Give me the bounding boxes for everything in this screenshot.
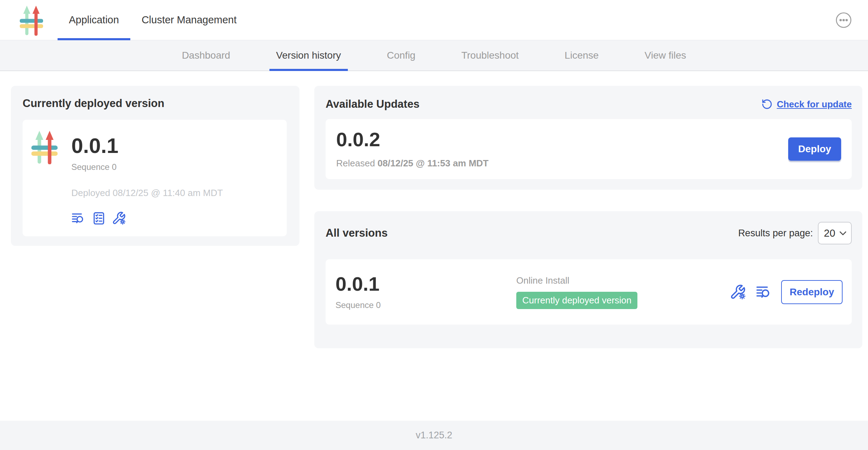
- console-version: v1.125.2: [416, 430, 452, 441]
- all-versions-header: All versions Results per page: 20: [326, 222, 852, 244]
- subnav-tab-troubleshoot[interactable]: Troubleshoot: [438, 40, 541, 71]
- subnav-tab-license-label: License: [565, 50, 599, 61]
- tab-application-label: Application: [69, 14, 119, 26]
- app-logo: [20, 5, 43, 36]
- subnav-tab-version-history-label: Version history: [276, 50, 341, 61]
- preflight-results-icon[interactable]: [92, 211, 106, 225]
- available-updates-title: Available Updates: [326, 98, 420, 111]
- chevron-down-icon: [839, 231, 846, 236]
- version-row-status: Online Install Currently deployed versio…: [516, 275, 730, 309]
- top-nav: Application Cluster Management: [0, 0, 868, 40]
- tab-cluster-management-label: Cluster Management: [142, 14, 237, 26]
- subnav-tab-dashboard-label: Dashboard: [182, 50, 230, 61]
- update-version-number: 0.0.2: [336, 130, 489, 149]
- results-per-page: Results per page: 20: [738, 222, 852, 244]
- version-row: 0.0.1 Sequence 0 Online Install Currentl…: [326, 259, 852, 325]
- main-content: Currently deployed version 0.0.1 Sequenc…: [0, 71, 868, 421]
- results-per-page-label: Results per page:: [738, 228, 813, 239]
- deployed-card-title: Currently deployed version: [23, 97, 287, 110]
- check-for-update-link[interactable]: Check for update: [761, 99, 852, 110]
- results-per-page-select[interactable]: 20: [818, 222, 852, 244]
- right-column: Available Updates Check for update 0.0.2…: [314, 86, 862, 348]
- subnav-tab-config-label: Config: [387, 50, 416, 61]
- subnav-tab-version-history[interactable]: Version history: [253, 40, 364, 71]
- currently-deployed-badge: Currently deployed version: [516, 292, 637, 309]
- available-updates-header: Available Updates Check for update: [326, 98, 852, 111]
- results-per-page-value: 20: [824, 227, 835, 239]
- all-versions-card: All versions Results per page: 20 0.0.1 …: [314, 211, 862, 348]
- deployed-sequence: Sequence 0: [71, 162, 223, 172]
- ellipsis-circle-icon: [835, 12, 852, 29]
- more-menu-button[interactable]: [835, 11, 852, 29]
- app-logo: [31, 130, 58, 164]
- deploy-logs-icon[interactable]: [71, 211, 85, 225]
- deployed-version-panel: 0.0.1 Sequence 0 Deployed 08/12/25 @ 11:…: [23, 120, 287, 236]
- deploy-logs-icon[interactable]: [756, 284, 772, 300]
- subnav-tab-view-files-label: View files: [644, 50, 686, 61]
- tab-application[interactable]: Application: [58, 0, 130, 40]
- page-footer: v1.125.2: [0, 421, 868, 450]
- refresh-ccw-icon: [761, 99, 773, 110]
- available-updates-card: Available Updates Check for update 0.0.2…: [314, 86, 862, 190]
- update-info: 0.0.2 Released 08/12/25 @ 11:53 am MDT: [336, 130, 489, 169]
- subnav-tab-troubleshoot-label: Troubleshoot: [461, 50, 518, 61]
- deployed-version-info: 0.0.1 Sequence 0 Deployed 08/12/25 @ 11:…: [71, 130, 223, 236]
- app-subnav: Dashboard Version history Config Trouble…: [0, 40, 868, 71]
- redeploy-button[interactable]: Redeploy: [781, 280, 843, 304]
- released-prefix: Released: [336, 158, 375, 168]
- deployed-action-icons: [71, 211, 223, 225]
- subnav-tab-view-files[interactable]: View files: [622, 40, 709, 71]
- version-row-actions: Redeploy: [730, 280, 843, 304]
- edit-config-icon[interactable]: [730, 284, 747, 300]
- tab-cluster-management[interactable]: Cluster Management: [130, 0, 248, 40]
- subnav-tab-config[interactable]: Config: [364, 40, 439, 71]
- subnav-tab-dashboard[interactable]: Dashboard: [159, 40, 253, 71]
- row-version-number: 0.0.1: [335, 274, 516, 294]
- subnav-tab-license[interactable]: License: [542, 40, 622, 71]
- available-update-row: 0.0.2 Released 08/12/25 @ 11:53 am MDT D…: [326, 119, 852, 179]
- version-row-info: 0.0.1 Sequence 0: [335, 274, 516, 310]
- deploy-button[interactable]: Deploy: [788, 137, 841, 161]
- row-sequence: Sequence 0: [335, 300, 516, 310]
- edit-config-icon[interactable]: [112, 211, 126, 225]
- install-type-label: Online Install: [516, 275, 730, 286]
- deployed-timestamp: Deployed 08/12/25 @ 11:40 am MDT: [71, 188, 223, 199]
- check-for-update-label: Check for update: [777, 99, 852, 110]
- currently-deployed-card: Currently deployed version 0.0.1 Sequenc…: [11, 86, 299, 246]
- update-released-timestamp: Released 08/12/25 @ 11:53 am MDT: [336, 158, 489, 169]
- header-tabs: Application Cluster Management: [58, 0, 248, 40]
- released-datetime: 08/12/25 @ 11:53 am MDT: [377, 158, 488, 168]
- all-versions-title: All versions: [326, 227, 388, 239]
- deployed-version-number: 0.0.1: [71, 135, 223, 156]
